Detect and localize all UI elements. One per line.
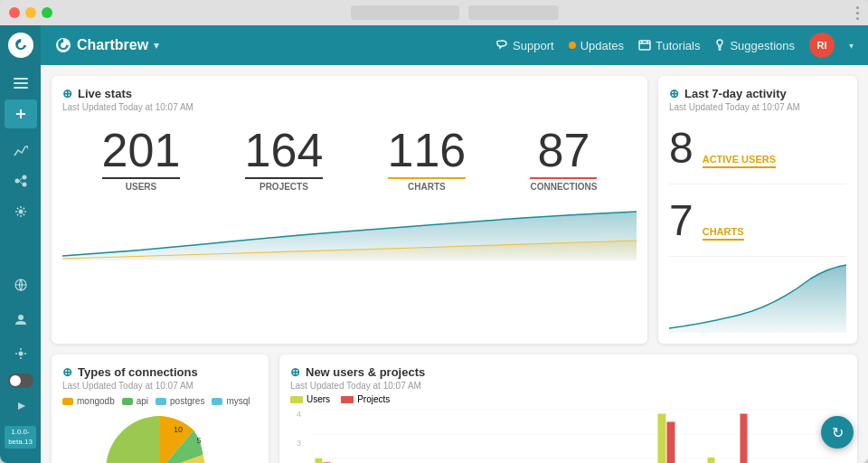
sidebar-logo[interactable] [8,33,33,58]
stat-connections: 87 CONNECTIONS [530,127,597,192]
app-window: 1.0.0- beta.13 Chartbrew ▾ Support U [0,0,868,463]
sidebar-item-connections[interactable] [5,166,37,195]
sidebar-item-settings[interactable] [5,197,37,226]
svg-rect-3 [14,87,28,89]
svg-rect-14 [639,41,650,50]
svg-point-6 [22,183,26,187]
url-bar-1 [351,5,459,20]
connections-card: ⊕ Types of connections Last Updated Toda… [52,354,269,463]
refresh-icon: ↻ [832,424,844,441]
close-button[interactable] [9,7,20,18]
svg-point-4 [14,179,19,184]
svg-point-7 [18,210,23,214]
activity-stat-users: 8 ACTIVE USERS [669,112,846,184]
activity-title: ⊕ Last 7-day activity [669,87,846,100]
stat-users: 201 USERS [102,127,181,192]
stat-projects-label: PROJECTS [245,177,324,192]
pie-chart: 10 5 24 [62,411,258,463]
updates-link[interactable]: Updates [569,39,624,52]
svg-text:10: 10 [174,425,183,434]
activity-stat-charts: 7 CHARTS [669,184,846,257]
theme-toggle[interactable] [8,373,33,388]
stats-row: 201 USERS 164 PROJECTS 116 CHARTS [62,112,637,199]
live-stats-card: ⊕ Live stats Last Updated Today at 10:07… [52,76,647,344]
sidebar-add-button[interactable] [5,99,37,128]
new-users-updated: Last Updated Today at 10:07 AM [290,381,846,391]
legend-projects-bar: Projects [341,394,390,404]
stat-users-value: 201 [102,127,181,174]
legend-users-bar: Users [290,394,330,404]
title-bar [0,0,868,25]
svg-rect-52 [741,414,748,464]
stat-projects: 164 PROJECTS [245,127,324,192]
legend-mongodb: mongodb [62,396,115,406]
activity-charts-value: 7 [669,195,693,245]
user-chevron[interactable]: ▾ [849,41,854,51]
stat-users-label: USERS [102,177,181,192]
stat-charts-value: 116 [388,127,467,174]
activity-chart [669,260,846,333]
svg-rect-46 [658,414,666,464]
legend-mysql: mysql [212,396,250,406]
svg-marker-11 [18,402,25,410]
y-label-3: 3 [290,439,301,448]
connections-title: ⊕ Types of connections [62,365,258,379]
live-stats-chart [62,206,637,260]
maximize-button[interactable] [42,7,52,18]
sidebar: 1.0.0- beta.13 [0,25,41,463]
svg-text:5: 5 [196,436,201,445]
globe-icon-live: ⊕ [62,87,72,100]
stat-connections-label: CONNECTIONS [530,177,597,192]
updates-dot [569,42,576,49]
svg-point-5 [22,175,26,180]
url-bar-2 [468,5,559,20]
svg-point-10 [18,352,23,356]
stat-connections-value: 87 [530,127,597,174]
legend-postgres: postgres [156,396,204,406]
sidebar-item-user[interactable] [5,305,37,334]
activity-charts-label[interactable]: CHARTS [703,226,744,241]
sidebar-item-globe[interactable] [5,270,37,299]
new-users-title: ⊕ New users & projects [290,365,846,379]
globe-icon-connections: ⊕ [62,365,72,379]
dashboard: ⊕ Live stats Last Updated Today at 10:07… [41,65,868,463]
suggestions-link[interactable]: Suggestions [714,39,795,52]
connections-updated: Last Updated Today at 10:07 AM [62,381,258,391]
sidebar-play-icon[interactable] [5,392,37,420]
activity-users-label[interactable]: ACTIVE USERS [703,154,776,168]
legend-api: api [122,396,148,406]
sidebar-item-menu[interactable] [5,69,37,98]
window-dots [856,6,859,20]
activity-users-value: 8 [669,123,693,173]
svg-point-0 [18,43,24,48]
svg-point-9 [18,315,24,320]
stat-charts-label: CHARTS [388,177,467,192]
svg-rect-49 [708,458,715,463]
sidebar-item-admin[interactable] [5,339,37,368]
bar-chart-svg [305,408,846,463]
y-label-4: 4 [290,410,301,419]
activity-updated: Last Updated Today at 10:07 AM [669,102,846,112]
svg-point-15 [720,49,722,51]
refresh-fab[interactable]: ↻ [821,416,854,449]
bar-chart-legend: Users Projects [290,394,846,404]
globe-icon-activity: ⊕ [669,87,679,100]
support-link[interactable]: Support [495,39,554,52]
svg-point-13 [61,43,66,48]
version-badge: 1.0.0- beta.13 [5,426,36,449]
connections-legend: mongodb api postgres [62,396,258,406]
svg-rect-2 [14,82,28,84]
svg-rect-25 [316,458,323,463]
sidebar-item-charts[interactable] [5,136,37,165]
stat-projects-value: 164 [245,127,324,174]
live-stats-title: ⊕ Live stats [62,87,637,100]
tutorials-link[interactable]: Tutorials [638,39,700,52]
minimize-button[interactable] [25,7,36,18]
user-avatar[interactable]: RI [809,33,835,58]
svg-rect-1 [14,78,28,80]
live-stats-updated: Last Updated Today at 10:07 AM [62,102,637,112]
svg-rect-47 [667,422,675,464]
globe-icon-new-users: ⊕ [290,365,300,379]
activity-card: ⊕ Last 7-day activity Last Updated Today… [658,76,857,344]
brand-logo[interactable]: Chartbrew ▾ [55,37,159,53]
